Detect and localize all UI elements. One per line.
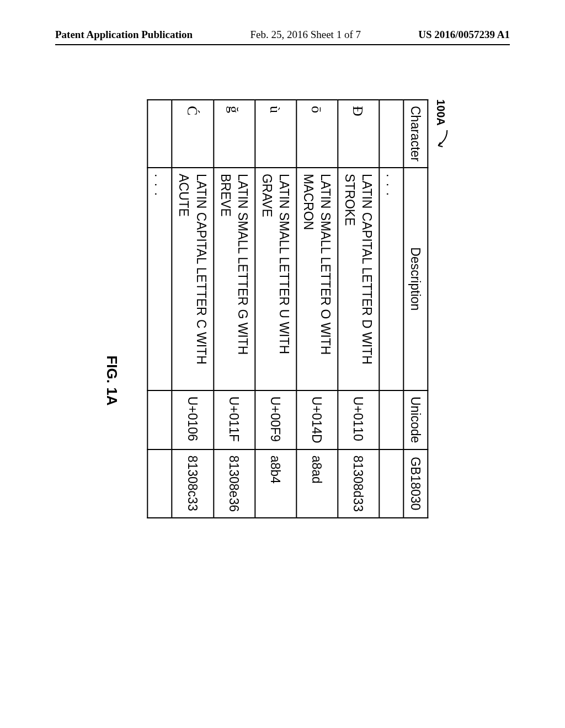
cell-gb18030: a8ad	[296, 449, 338, 518]
col-character: Character	[403, 100, 428, 168]
cell-description: LATIN SMALL LETTER U WITH GRAVE	[255, 168, 296, 390]
cell-ellipsis: . . .	[148, 168, 172, 390]
table-row: ğ LATIN SMALL LETTER G WITH BREVE U+011F…	[214, 100, 255, 518]
character-table: Character Description Unicode GB18030 . …	[147, 99, 429, 518]
cell-character: ğ	[214, 100, 255, 168]
cell-unicode: U+0106	[172, 390, 214, 449]
cell-character: ō	[296, 100, 338, 168]
table-header-row: Character Description Unicode GB18030	[403, 100, 428, 518]
glyph: Đ	[350, 106, 366, 117]
cell-character: Ć	[172, 100, 214, 168]
cell-unicode: U+014D	[296, 390, 338, 449]
cell-empty	[379, 100, 403, 168]
cell-description: LATIN CAPITAL LETTER D WITH STROKE	[338, 168, 379, 390]
col-description: Description	[403, 168, 428, 390]
col-gb18030: GB18030	[403, 449, 428, 518]
cell-gb18030: 81308d33	[338, 449, 379, 518]
table-row: Đ LATIN CAPITAL LETTER D WITH STROKE U+0…	[338, 100, 379, 518]
table-row: ō LATIN SMALL LETTER O WITH MACRON U+014…	[296, 100, 338, 518]
cell-description: LATIN CAPITAL LETTER C WITH ACUTE	[172, 168, 214, 390]
reference-number: 100A	[435, 99, 447, 126]
cell-empty	[379, 390, 403, 449]
cell-unicode: U+0110	[338, 390, 379, 449]
cell-character: ù	[255, 100, 296, 168]
cell-empty	[148, 100, 172, 168]
cell-gb18030: 81308e36	[214, 449, 255, 518]
table-header: Character Description Unicode GB18030	[403, 100, 428, 518]
header-center: Feb. 25, 2016 Sheet 1 of 7	[250, 29, 361, 41]
cell-description: LATIN SMALL LETTER G WITH BREVE	[214, 168, 255, 390]
cell-gb18030: 81308c33	[172, 449, 214, 518]
table-row: Ć LATIN CAPITAL LETTER C WITH ACUTE U+01…	[172, 100, 214, 518]
cell-unicode: U+00F9	[255, 390, 296, 449]
header-rule	[55, 44, 510, 45]
table-row: ù LATIN SMALL LETTER U WITH GRAVE U+00F9…	[255, 100, 296, 518]
cell-ellipsis: . . .	[379, 168, 403, 390]
header-row: Patent Application Publication Feb. 25, …	[55, 29, 510, 41]
cell-empty	[148, 449, 172, 518]
col-unicode: Unicode	[403, 390, 428, 449]
table-row-ellipsis: . . .	[148, 100, 172, 518]
glyph: ğ	[226, 106, 242, 114]
page-header: Patent Application Publication Feb. 25, …	[0, 29, 565, 45]
patent-page: Patent Application Publication Feb. 25, …	[0, 0, 565, 728]
header-right: US 2016/0057239 A1	[418, 29, 510, 41]
figure-caption: FIG. 1A	[104, 99, 121, 662]
glyph: ō	[309, 106, 325, 114]
cell-empty	[379, 449, 403, 518]
cell-character: Đ	[338, 100, 379, 168]
glyph: Ć	[184, 106, 200, 116]
cell-empty	[148, 390, 172, 449]
reference-label: 100A	[434, 99, 448, 662]
lead-line-arrow-icon	[434, 129, 448, 151]
figure-content: 100A Character Description Unicode GB180…	[104, 99, 449, 662]
cell-unicode: U+011F	[214, 390, 255, 449]
glyph: ù	[268, 106, 284, 114]
cell-gb18030: a8b4	[255, 449, 296, 518]
header-left: Patent Application Publication	[55, 29, 193, 41]
cell-description: LATIN SMALL LETTER O WITH MACRON	[296, 168, 338, 390]
table-row-ellipsis: . . .	[379, 100, 403, 518]
